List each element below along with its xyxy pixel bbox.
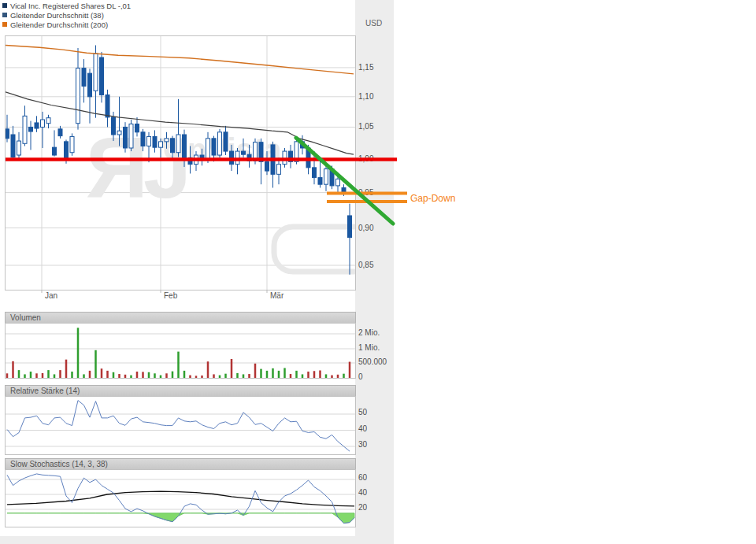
price-tick-0,95: 0,95 [358, 188, 373, 197]
volume-panel-header: Volumen [5, 312, 356, 324]
price-chart-panel[interactable]: ЯJOnVista [5, 35, 356, 291]
rsi-panel-header: Relative Stärke (14) [5, 385, 356, 397]
legend-ma38-label: Gleitender Durchschnitt (38) [10, 11, 104, 20]
axis-label-strip [355, 0, 394, 544]
rsi-panel [5, 396, 356, 455]
x-axis-label-maer: Mär [270, 291, 284, 300]
rsi-tick-40: 40 [358, 424, 367, 433]
rsi-tick-30: 30 [358, 440, 367, 449]
volume-tick-1 Mio.: 1 Mio. [358, 343, 380, 352]
price-tick-1,05: 1,05 [358, 122, 373, 131]
rsi-canvas [6, 397, 355, 454]
volume-tick-0: 0 [358, 372, 363, 381]
legend-ma200-label: Gleitender Durchschnitt (200) [10, 20, 108, 29]
x-axis-label-feb: Feb [164, 291, 177, 300]
volume-canvas [6, 324, 355, 378]
legend-item-ma200: Gleitender Durchschnitt (200) [2, 20, 108, 29]
price-tick-1,10: 1,10 [358, 92, 373, 101]
gap-down-label: Gap-Down [410, 193, 455, 204]
ma200-bullet-icon [2, 22, 7, 27]
legend-item-ma38: Gleitender Durchschnitt (38) [2, 10, 104, 20]
rsi-tick-50: 50 [358, 408, 367, 416]
legend-item-instrument: Vical Inc. Registered Shares DL -,01 [2, 1, 131, 10]
price-tick-1,15: 1,15 [358, 63, 373, 72]
stoch-tick-20: 20 [358, 503, 367, 512]
price-chart-canvas[interactable]: ЯJOnVista [6, 36, 355, 290]
price-tick-1,00: 1,00 [358, 154, 373, 163]
ma38-bullet-icon [2, 13, 7, 17]
legend-instrument-label: Vical Inc. Registered Shares DL -,01 [10, 2, 131, 10]
volume-tick-2 Mio.: 2 Mio. [358, 328, 380, 337]
chart-page: Vical Inc. Registered Shares DL -,01 Gle… [0, 0, 756, 544]
price-tick-0,90: 0,90 [358, 224, 373, 232]
stoch-tick-60: 60 [358, 473, 367, 482]
instrument-bullet-icon [2, 3, 7, 8]
stochastics-panel-header: Slow Stochastics (14, 3, 38) [5, 458, 356, 470]
currency-label: USD [365, 19, 382, 28]
stochastics-canvas [6, 470, 355, 527]
svg-text:OnVista: OnVista [163, 132, 282, 167]
price-tick-0,85: 0,85 [358, 261, 373, 269]
x-axis-label-jan: Jan [45, 291, 57, 300]
stochastics-panel [5, 469, 356, 527]
bottom-band [0, 536, 394, 544]
stoch-tick-40: 40 [358, 488, 367, 497]
volume-tick-500.000: 500.000 [358, 357, 387, 366]
volume-panel [5, 323, 356, 379]
